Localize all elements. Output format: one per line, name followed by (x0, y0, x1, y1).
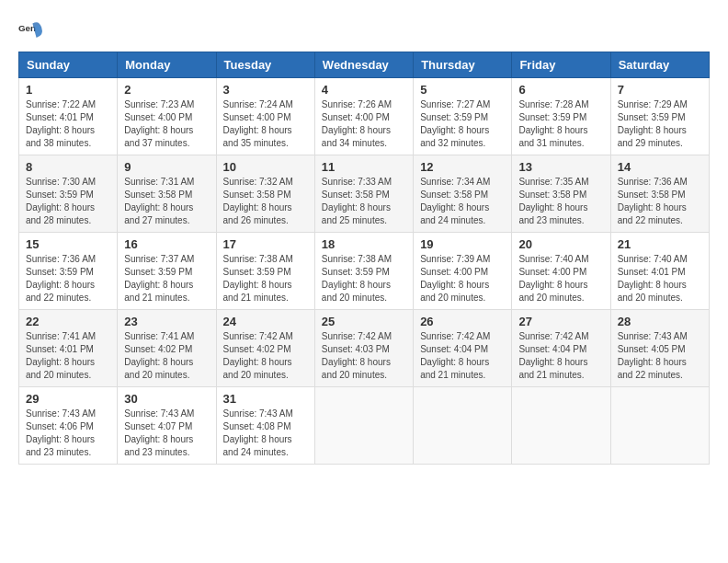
day-number: 9 (124, 160, 209, 174)
day-number: 19 (420, 237, 505, 251)
calendar-cell: 22Sunrise: 7:41 AMSunset: 4:01 PMDayligh… (19, 310, 118, 387)
day-number: 20 (518, 237, 603, 251)
cell-text: Sunrise: 7:43 AMSunset: 4:07 PMDaylight:… (124, 408, 209, 459)
cell-text: Sunrise: 7:42 AMSunset: 4:03 PMDaylight:… (322, 330, 406, 382)
day-number: 31 (223, 392, 308, 406)
cell-text: Sunrise: 7:42 AMSunset: 4:02 PMDaylight:… (223, 330, 308, 382)
day-number: 14 (618, 160, 702, 174)
calendar-cell: 7Sunrise: 7:29 AMSunset: 3:59 PMDaylight… (610, 78, 709, 155)
calendar-cell (610, 387, 709, 465)
cell-text: Sunrise: 7:27 AMSunset: 3:59 PMDaylight:… (420, 98, 505, 150)
cell-text: Sunrise: 7:28 AMSunset: 3:59 PMDaylight:… (518, 98, 603, 150)
calendar-cell: 6Sunrise: 7:28 AMSunset: 3:59 PMDaylight… (512, 78, 610, 155)
cell-text: Sunrise: 7:39 AMSunset: 4:00 PMDaylight:… (420, 253, 505, 304)
header: Gen (18, 18, 710, 44)
calendar-cell: 9Sunrise: 7:31 AMSunset: 3:58 PMDaylight… (118, 155, 216, 233)
day-number: 3 (223, 83, 308, 97)
day-number: 11 (322, 160, 406, 174)
day-number: 28 (618, 315, 702, 328)
cell-text: Sunrise: 7:32 AMSunset: 3:58 PMDaylight:… (223, 176, 308, 227)
calendar-cell: 20Sunrise: 7:40 AMSunset: 4:00 PMDayligh… (512, 233, 610, 310)
cell-text: Sunrise: 7:36 AMSunset: 3:58 PMDaylight:… (618, 176, 702, 227)
calendar-cell: 26Sunrise: 7:42 AMSunset: 4:04 PMDayligh… (414, 310, 512, 387)
calendar-week-row: 8Sunrise: 7:30 AMSunset: 3:59 PMDaylight… (19, 155, 710, 233)
cell-text: Sunrise: 7:38 AMSunset: 3:59 PMDaylight:… (322, 253, 406, 304)
cell-text: Sunrise: 7:43 AMSunset: 4:08 PMDaylight:… (223, 408, 308, 459)
calendar-cell: 8Sunrise: 7:30 AMSunset: 3:59 PMDaylight… (19, 155, 118, 233)
calendar-week-row: 29Sunrise: 7:43 AMSunset: 4:06 PMDayligh… (19, 387, 710, 465)
calendar-cell: 1Sunrise: 7:22 AMSunset: 4:01 PMDaylight… (19, 78, 118, 155)
calendar-cell: 11Sunrise: 7:33 AMSunset: 3:58 PMDayligh… (314, 155, 413, 233)
cell-text: Sunrise: 7:40 AMSunset: 4:01 PMDaylight:… (618, 253, 702, 304)
day-number: 21 (618, 237, 702, 251)
day-number: 4 (322, 83, 406, 97)
cell-text: Sunrise: 7:26 AMSunset: 4:00 PMDaylight:… (322, 98, 406, 150)
calendar-cell: 31Sunrise: 7:43 AMSunset: 4:08 PMDayligh… (216, 387, 314, 465)
day-number: 2 (124, 83, 209, 97)
day-number: 30 (124, 392, 209, 406)
day-of-week-header: Saturday (610, 52, 709, 78)
calendar-cell (314, 387, 413, 465)
day-of-week-header: Sunday (19, 52, 118, 78)
calendar-week-row: 22Sunrise: 7:41 AMSunset: 4:01 PMDayligh… (19, 310, 710, 387)
calendar-cell: 28Sunrise: 7:43 AMSunset: 4:05 PMDayligh… (610, 310, 709, 387)
calendar-cell: 15Sunrise: 7:36 AMSunset: 3:59 PMDayligh… (19, 233, 118, 310)
calendar-cell (512, 387, 610, 465)
calendar-cell: 13Sunrise: 7:35 AMSunset: 3:58 PMDayligh… (512, 155, 610, 233)
day-number: 5 (420, 83, 505, 97)
day-number: 29 (26, 392, 110, 406)
day-of-week-header: Wednesday (314, 52, 413, 78)
calendar-cell: 25Sunrise: 7:42 AMSunset: 4:03 PMDayligh… (314, 310, 413, 387)
day-number: 13 (518, 160, 603, 174)
day-number: 22 (26, 315, 110, 328)
calendar-cell: 2Sunrise: 7:23 AMSunset: 4:00 PMDaylight… (118, 78, 216, 155)
calendar-cell: 16Sunrise: 7:37 AMSunset: 3:59 PMDayligh… (118, 233, 216, 310)
day-number: 23 (124, 315, 209, 328)
day-number: 1 (26, 83, 110, 97)
page-container: Gen SundayMondayTuesdayWednesdayThursday… (18, 18, 710, 465)
cell-text: Sunrise: 7:41 AMSunset: 4:02 PMDaylight:… (124, 330, 209, 382)
cell-text: Sunrise: 7:35 AMSunset: 3:58 PMDaylight:… (518, 176, 603, 227)
day-number: 17 (223, 237, 308, 251)
cell-text: Sunrise: 7:40 AMSunset: 4:00 PMDaylight:… (518, 253, 603, 304)
day-number: 8 (26, 160, 110, 174)
day-number: 12 (420, 160, 505, 174)
calendar-header-row: SundayMondayTuesdayWednesdayThursdayFrid… (19, 52, 710, 78)
cell-text: Sunrise: 7:33 AMSunset: 3:58 PMDaylight:… (322, 176, 406, 227)
calendar-cell (414, 387, 512, 465)
cell-text: Sunrise: 7:36 AMSunset: 3:59 PMDaylight:… (26, 253, 110, 304)
calendar-cell: 17Sunrise: 7:38 AMSunset: 3:59 PMDayligh… (216, 233, 314, 310)
cell-text: Sunrise: 7:38 AMSunset: 3:59 PMDaylight:… (223, 253, 308, 304)
calendar-cell: 23Sunrise: 7:41 AMSunset: 4:02 PMDayligh… (118, 310, 216, 387)
calendar-cell: 24Sunrise: 7:42 AMSunset: 4:02 PMDayligh… (216, 310, 314, 387)
day-number: 25 (322, 315, 406, 328)
day-number: 16 (124, 237, 209, 251)
calendar-cell: 3Sunrise: 7:24 AMSunset: 4:00 PMDaylight… (216, 78, 314, 155)
cell-text: Sunrise: 7:31 AMSunset: 3:58 PMDaylight:… (124, 176, 209, 227)
day-number: 6 (518, 83, 603, 97)
cell-text: Sunrise: 7:29 AMSunset: 3:59 PMDaylight:… (618, 98, 702, 150)
calendar-cell: 19Sunrise: 7:39 AMSunset: 4:00 PMDayligh… (414, 233, 512, 310)
calendar-week-row: 15Sunrise: 7:36 AMSunset: 3:59 PMDayligh… (19, 233, 710, 310)
logo: Gen (18, 18, 48, 44)
cell-text: Sunrise: 7:42 AMSunset: 4:04 PMDaylight:… (420, 330, 505, 382)
calendar-cell: 29Sunrise: 7:43 AMSunset: 4:06 PMDayligh… (19, 387, 118, 465)
cell-text: Sunrise: 7:41 AMSunset: 4:01 PMDaylight:… (26, 330, 110, 382)
calendar-table: SundayMondayTuesdayWednesdayThursdayFrid… (18, 52, 710, 465)
calendar-week-row: 1Sunrise: 7:22 AMSunset: 4:01 PMDaylight… (19, 78, 710, 155)
calendar-cell: 27Sunrise: 7:42 AMSunset: 4:04 PMDayligh… (512, 310, 610, 387)
day-of-week-header: Friday (512, 52, 610, 78)
cell-text: Sunrise: 7:42 AMSunset: 4:04 PMDaylight:… (518, 330, 603, 382)
cell-text: Sunrise: 7:24 AMSunset: 4:00 PMDaylight:… (223, 98, 308, 150)
calendar-cell: 14Sunrise: 7:36 AMSunset: 3:58 PMDayligh… (610, 155, 709, 233)
day-number: 7 (618, 83, 702, 97)
day-of-week-header: Tuesday (216, 52, 314, 78)
cell-text: Sunrise: 7:43 AMSunset: 4:05 PMDaylight:… (618, 330, 702, 382)
cell-text: Sunrise: 7:37 AMSunset: 3:59 PMDaylight:… (124, 253, 209, 304)
day-number: 10 (223, 160, 308, 174)
cell-text: Sunrise: 7:43 AMSunset: 4:06 PMDaylight:… (26, 408, 110, 459)
calendar-cell: 5Sunrise: 7:27 AMSunset: 3:59 PMDaylight… (414, 78, 512, 155)
cell-text: Sunrise: 7:30 AMSunset: 3:59 PMDaylight:… (26, 176, 110, 227)
day-number: 24 (223, 315, 308, 328)
cell-text: Sunrise: 7:23 AMSunset: 4:00 PMDaylight:… (124, 98, 209, 150)
